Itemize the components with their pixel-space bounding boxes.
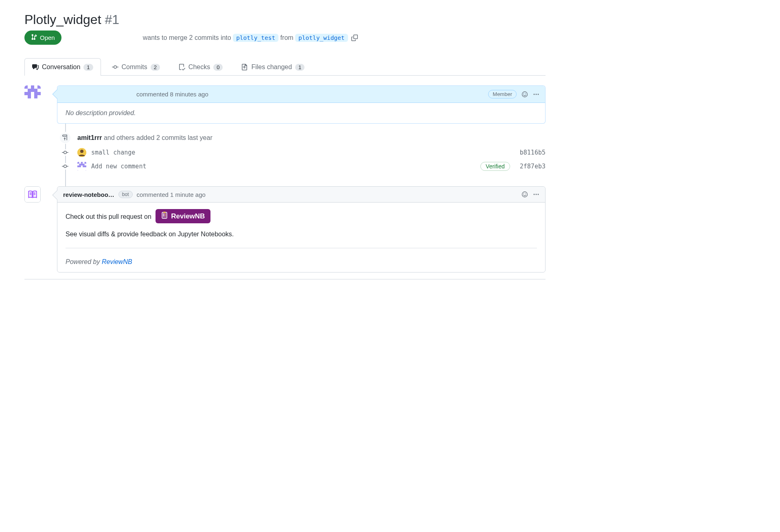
svg-rect-7: [28, 95, 31, 98]
tab-conversation[interactable]: Conversation 1: [24, 58, 101, 76]
svg-rect-18: [77, 162, 79, 164]
svg-point-25: [524, 194, 524, 194]
commit-sha[interactable]: b8116b5: [520, 149, 546, 156]
pr-state-label: Open: [40, 34, 55, 41]
timeline-event: amit1rrr and others added 2 commits last…: [57, 130, 546, 146]
svg-point-13: [536, 94, 537, 95]
head-branch[interactable]: plotly_widget: [295, 34, 348, 42]
commit-message[interactable]: Add new comment: [91, 163, 480, 170]
bottom-divider: [24, 279, 546, 289]
reviewnb-link-button[interactable]: ReviewNB: [156, 209, 210, 223]
verified-badge[interactable]: Verified: [480, 162, 510, 171]
comment-discussion-icon: [32, 64, 39, 70]
commit-row: small change b8116b5: [57, 146, 546, 159]
merge-description: wants to merge 2 commits into plotly_tes…: [143, 34, 358, 41]
tab-commits[interactable]: Commits 2: [104, 58, 168, 76]
file-diff-icon: [241, 64, 248, 70]
bot-badge: bot: [118, 191, 133, 198]
pr-subheader: Open wants to merge 2 commits into plotl…: [24, 31, 546, 45]
bot-comment: review-noteboo… bot commented 1 minute a…: [57, 186, 546, 273]
svg-point-28: [536, 194, 537, 195]
svg-point-10: [524, 93, 524, 94]
svg-point-16: [80, 150, 83, 153]
bot-body-line2: See visual diffs & provide feedback on J…: [66, 231, 537, 238]
svg-rect-23: [83, 166, 86, 167]
commit-sha[interactable]: 2f87eb3: [520, 163, 546, 170]
commit-author-avatar[interactable]: [77, 148, 86, 157]
timeline: commented 8 minutes ago Member No descri…: [24, 85, 546, 273]
divider: [66, 248, 537, 249]
timeline-event-text: amit1rrr and others added 2 commits last…: [77, 134, 213, 142]
opening-comment: commented 8 minutes ago Member No descri…: [57, 85, 546, 124]
book-icon: [27, 189, 38, 200]
svg-point-11: [526, 93, 526, 94]
svg-rect-22: [77, 166, 81, 167]
add-reaction-button[interactable]: [521, 191, 528, 198]
pr-title-text: Plotly_widget: [24, 12, 101, 27]
git-commit-icon: [62, 163, 68, 170]
svg-point-29: [538, 194, 539, 195]
svg-rect-5: [24, 92, 31, 95]
comment-header-text: commented 8 minutes ago: [136, 91, 208, 98]
tab-checks[interactable]: Checks 0: [171, 58, 231, 76]
commit-row: Add new comment Verified 2f87eb3: [57, 159, 546, 173]
svg-rect-20: [85, 162, 86, 164]
clipboard-icon: [161, 211, 168, 221]
svg-point-14: [538, 94, 539, 95]
pr-state-badge: Open: [24, 31, 61, 45]
svg-point-24: [522, 192, 528, 197]
copy-branch-icon[interactable]: [351, 35, 358, 41]
pr-tabs: Conversation 1 Commits 2 Checks 0 Files …: [24, 58, 546, 76]
commit-author-avatar[interactable]: [77, 162, 86, 171]
base-branch[interactable]: plotly_test: [233, 34, 278, 42]
commit-message[interactable]: small change: [91, 149, 520, 156]
comment-body-text: No description provided.: [66, 109, 136, 116]
svg-rect-19: [81, 162, 83, 164]
svg-rect-21: [79, 164, 84, 165]
author-avatar[interactable]: [24, 85, 41, 102]
comment-menu-button[interactable]: [533, 191, 539, 198]
svg-rect-1: [24, 85, 28, 89]
svg-point-27: [534, 194, 535, 195]
svg-rect-4: [28, 89, 37, 92]
repo-push-icon: [59, 132, 71, 144]
pr-number: #1: [105, 12, 119, 27]
svg-rect-2: [31, 85, 34, 89]
svg-rect-6: [34, 92, 41, 95]
pixel-avatar-icon: [24, 85, 41, 102]
author-role-badge: Member: [488, 90, 517, 98]
svg-rect-30: [162, 212, 167, 218]
svg-rect-8: [34, 95, 37, 98]
reviewnb-link[interactable]: ReviewNB: [102, 258, 132, 265]
add-reaction-button[interactable]: [521, 91, 528, 98]
svg-rect-32: [163, 212, 166, 213]
powered-by: Powered by ReviewNB: [66, 258, 537, 266]
checklist-icon: [179, 64, 185, 70]
bot-comment-header-text: commented 1 minute ago: [137, 191, 206, 198]
bot-author-name[interactable]: review-noteboo…: [63, 191, 114, 198]
comment-menu-button[interactable]: [533, 91, 539, 98]
svg-point-26: [526, 194, 526, 194]
svg-point-9: [522, 92, 528, 97]
git-commit-icon: [112, 64, 118, 70]
git-commit-icon: [62, 149, 68, 156]
svg-point-12: [534, 94, 535, 95]
pr-title: Plotly_widget #1: [24, 12, 546, 27]
git-pull-request-icon: [31, 34, 37, 41]
svg-rect-3: [37, 85, 41, 89]
tab-files-changed[interactable]: Files changed 1: [234, 58, 312, 76]
bot-avatar[interactable]: [24, 186, 41, 203]
